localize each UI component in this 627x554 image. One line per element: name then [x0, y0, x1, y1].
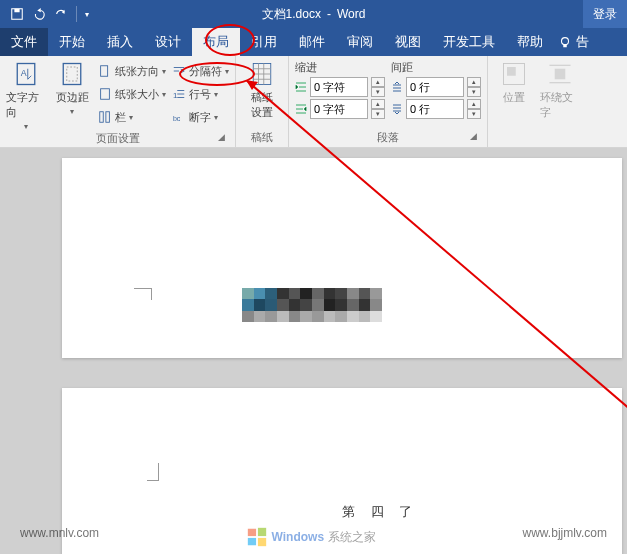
margin-marker: [134, 288, 152, 300]
svg-rect-9: [101, 89, 110, 100]
hyphenation-icon: bc: [172, 110, 186, 124]
line-numbers-button[interactable]: 1 行号▾: [172, 83, 229, 105]
tab-mailings[interactable]: 邮件: [288, 28, 336, 56]
undo-icon[interactable]: [32, 7, 46, 21]
line-numbers-icon: 1: [172, 87, 186, 101]
tab-help[interactable]: 帮助: [506, 28, 554, 56]
dialog-launcher-icon[interactable]: ◢: [467, 131, 479, 143]
save-icon[interactable]: [10, 7, 24, 21]
margin-marker: [147, 463, 159, 481]
size-button[interactable]: 纸张大小▾: [98, 83, 166, 105]
svg-rect-16: [507, 67, 516, 76]
svg-rect-10: [100, 112, 104, 123]
orientation-button[interactable]: 纸张方向▾: [98, 60, 166, 82]
footer-text: 第 四 了: [342, 503, 418, 521]
tab-insert[interactable]: 插入: [96, 28, 144, 56]
tell-me[interactable]: 告: [558, 33, 589, 51]
spinner-up[interactable]: ▴: [467, 77, 481, 87]
menu-bar: 文件 开始 插入 设计 布局 引用 邮件 审阅 视图 开发工具 帮助 告: [0, 28, 627, 56]
svg-rect-17: [555, 69, 566, 80]
space-before-field[interactable]: 0 行 ▴▾: [391, 77, 481, 97]
spinner-down[interactable]: ▾: [467, 109, 481, 119]
dialog-launcher-icon[interactable]: ◢: [215, 132, 227, 144]
group-label: 稿纸: [242, 129, 282, 145]
tab-references[interactable]: 引用: [240, 28, 288, 56]
breaks-icon: [172, 64, 186, 78]
ribbon: A 文字方向 ▾ 页边距 ▾ 纸张方向▾ 纸张大小▾: [0, 56, 627, 148]
columns-icon: [98, 110, 112, 124]
spinner-down[interactable]: ▾: [467, 87, 481, 97]
position-icon: [500, 60, 528, 88]
document-name: 文档1.docx: [262, 6, 321, 23]
space-after-field[interactable]: 0 行 ▴▾: [391, 99, 481, 119]
watermark-center: Windows 系统之家: [246, 526, 377, 548]
group-label: 页面设置 ◢: [6, 131, 229, 146]
chevron-down-icon: ▾: [24, 122, 28, 131]
spinner-up[interactable]: ▴: [371, 99, 385, 109]
svg-rect-23: [257, 538, 265, 546]
orientation-icon: [98, 64, 112, 78]
indent-right-field[interactable]: 0 字符 ▴▾: [295, 99, 385, 119]
tab-view[interactable]: 视图: [384, 28, 432, 56]
spinner-down[interactable]: ▾: [371, 109, 385, 119]
margins-button[interactable]: 页边距 ▾: [52, 60, 92, 131]
tab-layout[interactable]: 布局: [192, 28, 240, 56]
manuscript-icon: [248, 60, 276, 88]
svg-text:bc: bc: [173, 115, 181, 122]
svg-text:1: 1: [173, 91, 177, 100]
text-direction-button[interactable]: A 文字方向 ▾: [6, 60, 46, 131]
space-before-icon: [391, 81, 403, 93]
wrap-text-button: 环绕文字: [540, 60, 580, 129]
hyphenation-button[interactable]: bc 断字▾: [172, 106, 229, 128]
qat-customize-icon[interactable]: ▾: [85, 10, 89, 19]
group-label: 段落 ◢: [295, 129, 481, 145]
svg-rect-3: [563, 45, 567, 48]
spacing-label: 间距: [391, 60, 481, 75]
svg-text:A: A: [21, 68, 27, 78]
document-area[interactable]: 第 四 了: [0, 148, 627, 554]
svg-rect-7: [67, 67, 78, 81]
tab-home[interactable]: 开始: [48, 28, 96, 56]
columns-button[interactable]: 栏▾: [98, 106, 166, 128]
svg-rect-8: [101, 66, 108, 77]
position-button: 位置: [494, 60, 534, 129]
breaks-button[interactable]: 分隔符▾: [172, 60, 229, 82]
login-button[interactable]: 登录: [583, 0, 627, 28]
tab-review[interactable]: 审阅: [336, 28, 384, 56]
svg-rect-11: [106, 112, 110, 123]
indent-left-icon: [295, 81, 307, 93]
bulb-icon: [558, 35, 572, 49]
tab-file[interactable]: 文件: [0, 28, 48, 56]
group-page-setup: A 文字方向 ▾ 页边距 ▾ 纸张方向▾ 纸张大小▾: [0, 56, 236, 147]
redacted-content: [242, 288, 382, 322]
watermark-left: www.mnlv.com: [20, 526, 99, 548]
watermark-right: www.bjjmlv.com: [523, 526, 607, 548]
qat-separator: [76, 6, 77, 22]
group-manuscript: 稿纸 设置 稿纸: [236, 56, 289, 147]
text-direction-icon: A: [12, 60, 40, 88]
window-title: 文档1.docx - Word: [262, 6, 366, 23]
group-arrange: 位置 环绕文字: [488, 56, 586, 147]
margins-icon: [58, 60, 86, 88]
spinner-down[interactable]: ▾: [371, 87, 385, 97]
spinner-up[interactable]: ▴: [371, 77, 385, 87]
windows-logo-icon: [246, 526, 268, 548]
watermark-bar: www.mnlv.com Windows 系统之家 www.bjjmlv.com: [0, 526, 627, 548]
wrap-text-icon: [546, 60, 574, 88]
svg-rect-20: [247, 529, 255, 536]
tab-developer[interactable]: 开发工具: [432, 28, 506, 56]
tab-design[interactable]: 设计: [144, 28, 192, 56]
indent-label: 缩进: [295, 60, 385, 75]
redo-icon[interactable]: [54, 7, 68, 21]
title-bar: ▾ 文档1.docx - Word 登录: [0, 0, 627, 28]
space-after-icon: [391, 103, 403, 115]
chevron-down-icon: ▾: [70, 107, 74, 116]
svg-rect-22: [247, 538, 255, 545]
manuscript-button[interactable]: 稿纸 设置: [242, 60, 282, 129]
group-paragraph: 缩进 0 字符 ▴▾ 0 字符 ▴▾ 间距 0 行 ▴▾: [289, 56, 488, 147]
spinner-up[interactable]: ▴: [467, 99, 481, 109]
svg-rect-1: [14, 9, 19, 13]
app-name: Word: [337, 7, 365, 21]
svg-rect-21: [257, 528, 265, 536]
indent-left-field[interactable]: 0 字符 ▴▾: [295, 77, 385, 97]
